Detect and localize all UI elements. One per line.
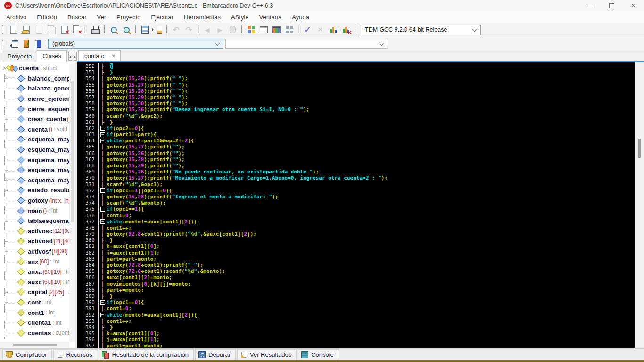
tree-item-cierre_esquema-4[interactable]: cierre_esquema [0, 104, 69, 114]
report-tab-console[interactable]: Console [298, 349, 339, 360]
tree-item-activosf-18[interactable]: activosf[8][30]: [0, 247, 69, 257]
new-project-button[interactable] [245, 24, 257, 35]
sidebar-tab-proyecto[interactable]: Proyecto [2, 51, 37, 62]
save-all-button[interactable] [45, 24, 58, 35]
tree-item-capital-22[interactable]: capital[2][25]: ch [0, 287, 69, 297]
code-line-379[interactable]: 379│gotoxy(92,8+cont1);printf("%d",&auxc… [77, 231, 635, 237]
code-line-354[interactable]: 354│gotoxy(15,26);printf(" "); [77, 75, 635, 82]
code-line-372[interactable]: 372−if(opc1==1||opc1==0){ [77, 188, 635, 194]
code-line-384[interactable]: 384│gotoxy(72,8+cont1);printf(" "); [77, 262, 635, 268]
fold-collapse-icon[interactable]: − [99, 125, 107, 132]
scrollbar-thumb[interactable] [71, 81, 74, 222]
menu-item-edición[interactable]: Edición [32, 11, 62, 23]
tree-item-crear_cuenta-5[interactable]: crear_cuenta(in [0, 114, 69, 124]
tree-item-tablaesquema_-15[interactable]: tablaesquema_ [0, 216, 69, 226]
close-all-button[interactable] [71, 24, 83, 35]
code-line-389[interactable]: 389├ } [77, 293, 635, 299]
tree-item-esquema_mayo-8[interactable]: esquema_mayo [0, 145, 69, 155]
report-tab-depurar[interactable]: Depurar [195, 349, 236, 360]
report-tab-compilador[interactable]: Compilador [2, 349, 52, 360]
tree-item-balanze_genera-2[interactable]: balanze_genera [0, 83, 69, 94]
menu-item-herramientas[interactable]: Herramientas [179, 11, 226, 23]
code-line-353[interactable]: 353├ } [77, 69, 635, 75]
tree-item-esquema_mayo-11[interactable]: esquema_mayo [0, 175, 69, 186]
tree-item-aux-19[interactable]: aux[60]: int [0, 256, 69, 267]
code-line-396[interactable]: 396│j=auxa[cont1][1]; [77, 337, 635, 343]
sidebar-vertical-scrollbar[interactable] [69, 62, 75, 342]
debug-watch-button[interactable] [226, 24, 239, 35]
redo-button[interactable] [182, 24, 195, 35]
menu-item-buscar[interactable]: Buscar [62, 11, 91, 23]
code-line-394[interactable]: 394├ } [77, 324, 635, 330]
code-line-374[interactable]: 374│scanf("%d",&monto); [77, 200, 635, 206]
compiler-select[interactable]: TDM-GCC 9.2.0 64-bit Release [361, 25, 481, 35]
maximize-button[interactable] [601, 0, 622, 11]
code-line-362[interactable]: 362−if(opc2==0){ [77, 125, 635, 132]
code-line-370[interactable]: 370│gotoxy(15,27);printf("Movimiento a m… [77, 175, 635, 181]
code-line-381[interactable]: 381│k=auxc[cont1][0]; [77, 243, 635, 249]
fold-collapse-icon[interactable]: − [99, 206, 107, 212]
code-line-371[interactable]: 371│scanf("%d",&opc1); [77, 181, 635, 188]
fold-collapse-icon[interactable]: − [99, 138, 107, 144]
code-line-383[interactable]: 383│part=part-monto; [77, 256, 635, 262]
tree-item-auxa-20[interactable]: auxa[60][10]: int [0, 267, 69, 277]
tree-item-esquema_mayo-9[interactable]: esquema_mayo [0, 155, 69, 165]
code-line-388[interactable]: 388│part+=monto; [77, 287, 635, 293]
code-line-385[interactable]: 385│gotoxy(72,8+cont1);scanf("%d",&monto… [77, 268, 635, 274]
code-line-364[interactable]: 364−while(part!=part1&&opc2!=2){ [77, 138, 635, 144]
code-line-359[interactable]: 359│gotoxy(15,26);printf("Desea ingresar… [77, 107, 635, 113]
print-button[interactable] [89, 24, 102, 35]
menu-item-ver[interactable]: Ver [91, 11, 111, 23]
split-view-button[interactable] [139, 24, 151, 35]
close-tab-icon[interactable]: × [112, 52, 116, 59]
scrollbar-thumb[interactable] [13, 344, 57, 346]
tree-item-cuenta-0[interactable]: >cuenta: struct [0, 63, 69, 74]
code-line-357[interactable]: 357│gotoxy(15,29);printf(" "); [77, 94, 635, 100]
code-line-375[interactable]: 375−if(opc1==1){ [77, 206, 635, 212]
report-tab-resultado-de-la-compilación[interactable]: Resultado de la compilación [99, 349, 194, 360]
code-line-358[interactable]: 358│gotoxy(15,30);printf(" "); [77, 100, 635, 107]
editor-vertical-scrollbar[interactable] [635, 62, 644, 348]
member-select[interactable] [225, 39, 388, 49]
code-area[interactable]: 352├ }353├ }354│gotoxy(15,26);printf(" "… [77, 62, 635, 348]
menu-item-proyecto[interactable]: Proyecto [111, 11, 146, 23]
code-line-378[interactable]: 378│cont1++; [77, 225, 635, 231]
fold-minus-icon[interactable]: − [100, 313, 105, 317]
menu-item-archivo[interactable]: Archivo [1, 11, 32, 23]
tree-item-activosd-17[interactable]: activosd[11][40] [0, 236, 69, 247]
globals-select[interactable]: (globals) [48, 39, 223, 49]
forward-button[interactable] [214, 24, 226, 35]
find-button[interactable] [107, 24, 120, 35]
expand-arrow-icon[interactable]: > [2, 65, 6, 72]
syntax-check-button[interactable] [301, 24, 314, 35]
fold-minus-icon[interactable]: − [100, 132, 105, 137]
delete-profiling-button[interactable] [339, 24, 352, 35]
report-tab-ver-resultados[interactable]: Ver Resultados [237, 349, 297, 360]
code-line-368[interactable]: 368│gotoxy(15,29);printf(""); [77, 163, 635, 169]
code-line-376[interactable]: 376│cont1=0; [77, 213, 635, 219]
code-editor[interactable]: 352├ }353├ }354│gotoxy(15,26);printf(" "… [77, 62, 644, 348]
tree-item-cuentas-26[interactable]: cuentas: cuenta [0, 328, 69, 338]
save-button[interactable] [33, 24, 45, 35]
replace-button[interactable] [120, 24, 133, 35]
fold-collapse-icon[interactable]: − [99, 132, 107, 138]
minimize-button[interactable]: — [579, 0, 601, 11]
tree-item-cont1-24[interactable]: cont1: int [0, 307, 69, 318]
code-line-386[interactable]: 386│auxc[cont1][2]=monto; [77, 274, 635, 280]
tab-conta.c[interactable]: conta.c × [78, 50, 121, 61]
code-line-373[interactable]: 373│gotoxy(15,28);printf("Ingrese el mon… [77, 194, 635, 200]
code-line-367[interactable]: 367│gotoxy(15,28);printf(""); [77, 156, 635, 163]
code-line-361[interactable]: 361├ } [77, 119, 635, 125]
project-options-button[interactable] [270, 24, 283, 35]
tree-item-activosc-16[interactable]: activosc[12][30] [0, 226, 69, 237]
tree-item-main-14[interactable]: main(): int [0, 206, 69, 216]
tree-item-cuenta1-25[interactable]: cuenta1: int [0, 318, 69, 328]
back-to-editor-button[interactable] [7, 38, 20, 49]
close-button[interactable]: × [622, 0, 644, 11]
tree-item-auxc-21[interactable]: auxc[60][10]: int [0, 277, 69, 287]
fold-minus-icon[interactable]: − [100, 126, 105, 131]
code-line-397[interactable]: 397│part1=part1-monto; [77, 343, 635, 348]
fold-minus-icon[interactable]: − [100, 207, 105, 212]
back-button[interactable] [201, 24, 214, 35]
project-window-button[interactable] [257, 24, 270, 35]
